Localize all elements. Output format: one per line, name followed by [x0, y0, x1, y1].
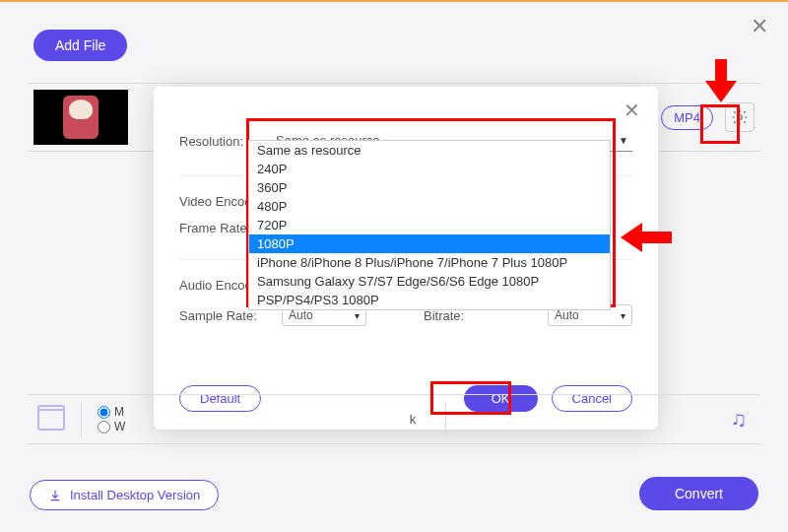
svg-point-0 [738, 115, 743, 120]
modal-close-icon[interactable]: ✕ [624, 99, 640, 122]
sample-rate-value: Auto [289, 308, 313, 322]
resolution-option[interactable]: 1080P [249, 234, 610, 253]
output-tabs: M W k ♫ [28, 394, 760, 443]
app-close-icon[interactable]: ✕ [751, 14, 768, 39]
truncated-text: k [410, 412, 417, 427]
resolution-dropdown-list[interactable]: Same as resource240P360P480P720P1080PiPh… [248, 140, 611, 310]
resolution-option[interactable]: PSP/PS4/PS3 1080P [249, 291, 610, 309]
settings-button[interactable] [725, 102, 755, 132]
caret-down-icon: ▾ [355, 310, 360, 321]
radio-w[interactable]: W [98, 420, 125, 433]
radio-m[interactable]: M [98, 405, 125, 419]
gear-icon [731, 108, 749, 126]
add-file-button[interactable]: Add File [33, 30, 127, 61]
caret-down-icon: ▼ [619, 135, 628, 146]
resolution-option[interactable]: iPhone 8/iPhone 8 Plus/iPhone 7/iPhone 7… [249, 253, 610, 272]
video-icon[interactable] [37, 409, 65, 431]
resolution-option[interactable]: 240P [249, 160, 610, 178]
caret-down-icon: ▾ [621, 310, 625, 321]
music-icon[interactable]: ♫ [730, 407, 747, 432]
resolution-option[interactable]: 360P [249, 178, 610, 197]
install-desktop-button[interactable]: Install Desktop Version [30, 480, 219, 510]
format-badge[interactable]: MP4 [661, 105, 713, 130]
convert-button[interactable]: Convert [639, 477, 758, 510]
bitrate-value: Auto [555, 308, 579, 322]
resolution-option[interactable]: Samsung Galaxy S7/S7 Edge/S6/S6 Edge 108… [249, 272, 610, 291]
output-radios: M W [98, 404, 125, 434]
resolution-option[interactable]: 720P [249, 216, 610, 234]
file-thumbnail[interactable] [33, 90, 128, 145]
resolution-option[interactable]: 480P [249, 197, 610, 216]
download-icon [48, 489, 62, 502]
resolution-option[interactable]: Same as resource [249, 141, 610, 160]
